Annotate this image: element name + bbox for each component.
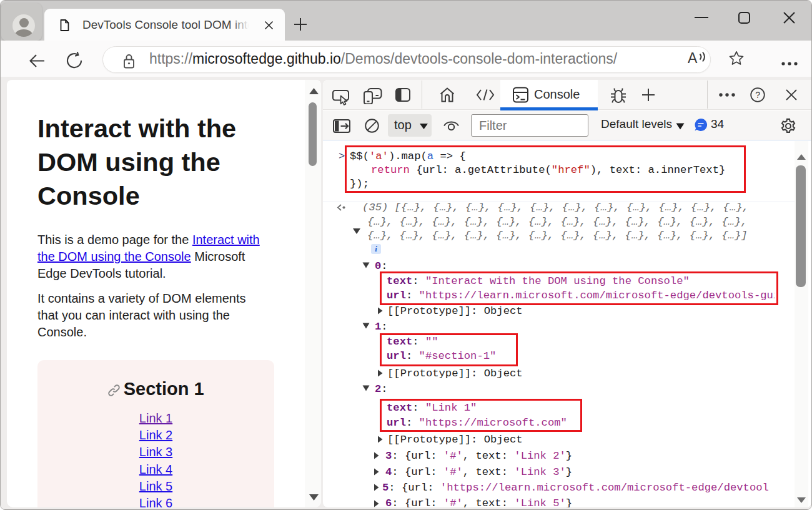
svg-text:?: ? xyxy=(755,90,760,100)
svg-text:A: A xyxy=(688,50,698,66)
